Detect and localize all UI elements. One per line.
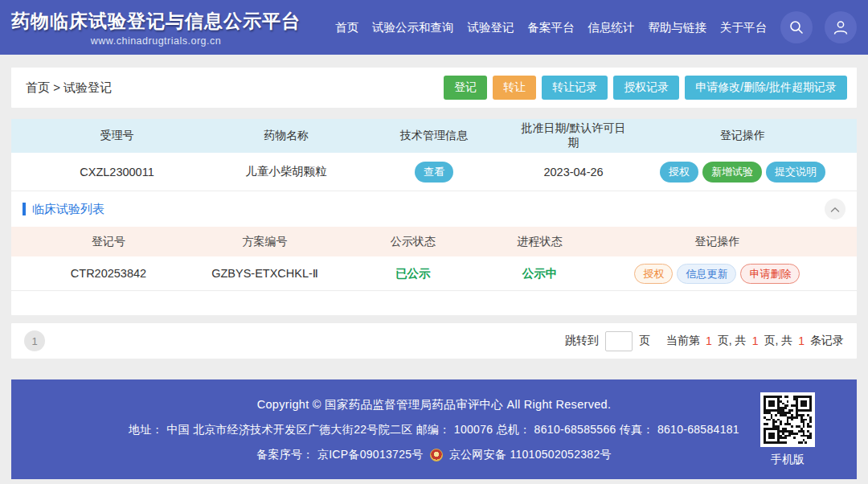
- col-header-tech-info: 技术管理信息: [350, 129, 518, 143]
- pagination-bar: 1 跳转到 页 当前第 1 页, 共 1 页, 共 1 条记录: [11, 323, 857, 359]
- trial-table-row: CTR20253842 GZBYS-ETXCHKL-Ⅱ 已公示 公示中 授权 信…: [11, 256, 857, 291]
- action-toolbar: 登记 转让 转让记录 授权记录 申请修改/删除/批件超期记录: [444, 76, 847, 100]
- col-header-registration-no: 登记号: [11, 235, 206, 249]
- total-records-number: 1: [796, 334, 806, 347]
- acceptance-row-actions: 授权 新增试验 提交说明: [628, 162, 857, 183]
- submit-note-button[interactable]: 提交说明: [766, 162, 825, 183]
- section-marker: [23, 203, 26, 215]
- pages-segment: 页, 共: [718, 334, 747, 348]
- modify-delete-records-button[interactable]: 申请修改/删除/批件超期记录: [685, 76, 847, 100]
- col-header-trial-operations: 登记操作: [578, 235, 857, 249]
- section-title: 临床试验列表: [32, 202, 104, 217]
- main-nav: 首页 试验公示和查询 试验登记 备案平台 信息统计 帮助与链接 关于平台: [335, 11, 857, 43]
- records-segment: 页, 共: [764, 334, 792, 348]
- protocol-no: GZBYS-ETXCHKL-Ⅱ: [206, 267, 324, 280]
- nav-home[interactable]: 首页: [335, 20, 358, 35]
- acceptance-table-header: 受理号 药物名称 技术管理信息 批准日期/默认许可日期 登记操作: [11, 119, 857, 153]
- collapse-button[interactable]: [825, 199, 845, 219]
- col-header-acceptance-no: 受理号: [11, 129, 223, 143]
- site-brand: 药物临床试验登记与信息公示平台 www.chinadrugtrials.org.…: [11, 9, 301, 47]
- authorization-records-button[interactable]: 授权记录: [613, 76, 679, 100]
- col-header-publicity-status: 公示状态: [324, 235, 502, 249]
- transfer-records-button[interactable]: 转让记录: [542, 76, 608, 100]
- site-url: www.chinadrugtrials.org.cn: [11, 35, 301, 47]
- main-content-card: 受理号 药物名称 技术管理信息 批准日期/默认许可日期 登记操作 CXZL230…: [11, 119, 857, 315]
- acceptance-table-row: CXZL2300011 儿童小柴胡颗粒 查看 2023-04-26 授权 新增试…: [11, 153, 857, 191]
- add-trial-button[interactable]: 新增试验: [702, 162, 762, 183]
- mobile-qr-section: 手机版: [751, 392, 825, 467]
- site-title: 药物临床试验登记与信息公示平台: [11, 9, 301, 34]
- authorize-button[interactable]: 授权: [660, 162, 698, 183]
- col-header-drug-name: 药物名称: [223, 129, 350, 143]
- breadcrumb-bar: 首页 > 试验登记 登记 转让 转让记录 授权记录 申请修改/删除/批件超期记录: [11, 68, 857, 108]
- page-footer: Copyright © 国家药品监督管理局药品审评中心 All Right Re…: [11, 379, 857, 479]
- user-icon: [832, 18, 850, 36]
- col-header-protocol-no: 方案编号: [206, 235, 324, 249]
- trial-list-section-header: 临床试验列表: [11, 191, 857, 227]
- info-update-button[interactable]: 信息更新: [677, 264, 736, 284]
- current-page-prefix: 当前第: [666, 334, 700, 348]
- publicity-status: 已公示: [324, 266, 502, 281]
- copyright-text: Copyright © 国家药品监督管理局药品审评中心 All Right Re…: [11, 397, 857, 412]
- mobile-version-label: 手机版: [751, 453, 825, 467]
- jump-page-input[interactable]: [605, 331, 633, 351]
- nav-trial-registration[interactable]: 试验登记: [468, 20, 514, 35]
- nav-help-links[interactable]: 帮助与链接: [649, 20, 707, 35]
- records-suffix: 条记录: [810, 334, 844, 348]
- view-button[interactable]: 查看: [415, 162, 453, 183]
- pagination-controls: 跳转到 页 当前第 1 页, 共 1 页, 共 1 条记录: [565, 331, 844, 351]
- address-text: 地址： 中国 北京市经济技术开发区广德大街22号院二区 邮编： 100076 总…: [11, 423, 857, 437]
- police-record-text[interactable]: 京公网安备 11010502052382号: [449, 448, 612, 462]
- nav-filing-platform[interactable]: 备案平台: [528, 20, 575, 35]
- search-button[interactable]: [780, 11, 813, 43]
- col-header-progress-status: 进程状态: [502, 235, 578, 249]
- acceptance-no: CXZL2300011: [11, 166, 223, 178]
- jump-label: 跳转到: [565, 334, 599, 348]
- progress-status: 公示中: [502, 266, 578, 281]
- register-button[interactable]: 登记: [444, 76, 487, 100]
- chevron-up-icon: [830, 202, 840, 216]
- qr-code-pattern: [764, 396, 812, 444]
- total-pages-number: 1: [751, 334, 760, 347]
- trial-authorize-button[interactable]: 授权: [634, 264, 673, 284]
- drug-name: 儿童小柴胡颗粒: [223, 164, 350, 179]
- transfer-button[interactable]: 转让: [493, 76, 536, 100]
- current-page-number: 1: [704, 334, 714, 347]
- icp-record-text[interactable]: 备案序号： 京ICP备09013725号: [256, 448, 424, 462]
- top-header: 药物临床试验登记与信息公示平台 www.chinadrugtrials.org.…: [0, 0, 868, 55]
- nav-statistics[interactable]: 信息统计: [588, 20, 635, 35]
- nav-trial-search[interactable]: 试验公示和查询: [372, 20, 454, 35]
- page-1-button[interactable]: 1: [24, 330, 45, 351]
- col-header-operations: 登记操作: [628, 129, 857, 143]
- jump-suffix: 页: [639, 334, 650, 348]
- nav-about[interactable]: 关于平台: [720, 20, 767, 35]
- trial-row-actions: 授权 信息更新 申请删除: [578, 264, 857, 284]
- trial-table-header: 登记号 方案编号 公示状态 进程状态 登记操作: [11, 227, 857, 256]
- approval-date: 2023-04-26: [518, 166, 628, 178]
- request-delete-button[interactable]: 申请删除: [740, 264, 800, 284]
- user-button[interactable]: [825, 11, 857, 43]
- registration-no: CTR20253842: [11, 267, 206, 280]
- col-header-approval-date: 批准日期/默认许可日期: [518, 121, 628, 150]
- breadcrumb[interactable]: 首页 > 试验登记: [26, 80, 112, 96]
- qr-code: [760, 392, 815, 447]
- search-icon: [788, 19, 805, 35]
- police-badge-icon: [430, 449, 443, 461]
